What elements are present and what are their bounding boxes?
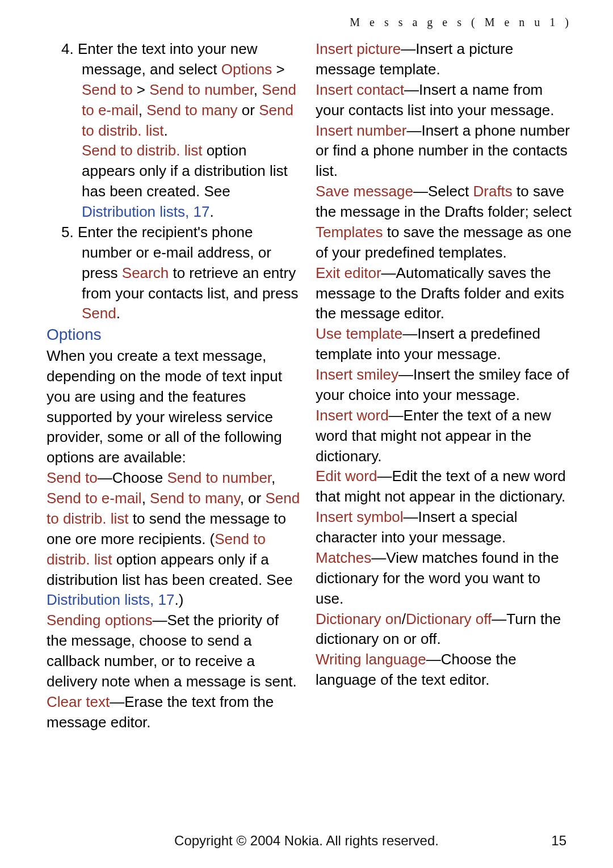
option-dictionary: Dictionary on/Dictionary off—Turn the di… xyxy=(316,609,572,650)
ui-term: Drafts xyxy=(473,183,512,200)
options-intro: When you create a text message, dependin… xyxy=(47,346,303,468)
ui-term: Sending options xyxy=(47,612,152,629)
ui-term: Use template xyxy=(316,325,402,342)
option-edit-word: Edit word—Edit the text of a new word th… xyxy=(316,466,572,507)
option-send-to: Send to—Choose Send to number, Send to e… xyxy=(47,468,303,610)
ui-term: Insert contact xyxy=(316,81,404,98)
xref-link[interactable]: Distribution lists, 17 xyxy=(47,591,174,608)
ui-term: Templates xyxy=(316,224,383,241)
page: M e s s a g e s ( M e n u 1 ) 4. Enter t… xyxy=(0,0,613,868)
text: , xyxy=(142,490,150,507)
ui-term: Search xyxy=(122,264,169,281)
ui-term: Options xyxy=(221,61,272,78)
text: —Choose xyxy=(98,469,167,486)
ui-term: Send to xyxy=(47,469,98,486)
ui-term: Insert picture xyxy=(316,40,401,57)
options-heading: Options xyxy=(47,324,303,346)
step-number: 5. xyxy=(61,224,74,241)
text: or xyxy=(238,102,259,119)
text: , xyxy=(254,81,262,98)
option-exit-editor: Exit editor—Automatically saves the mess… xyxy=(316,263,572,325)
ui-term: Exit editor xyxy=(316,264,381,281)
step-5: 5. Enter the recipient's phone number or… xyxy=(47,222,303,324)
footer-copyright: Copyright © 2004 Nokia. All rights reser… xyxy=(0,833,613,849)
text: . xyxy=(164,122,168,139)
option-insert-number: Insert number—Insert a phone number or f… xyxy=(316,121,572,182)
running-head: M e s s a g e s ( M e n u 1 ) xyxy=(47,16,572,29)
ui-term: Insert word xyxy=(316,407,389,424)
ui-term: Edit word xyxy=(316,467,377,484)
ui-term: Send to xyxy=(82,81,133,98)
step-4: 4. Enter the text into your new message,… xyxy=(47,39,303,141)
ui-term: Clear text xyxy=(47,693,110,710)
ui-term: Dictionary off xyxy=(406,610,492,627)
ui-term: Send to number xyxy=(149,81,254,98)
ui-term: Save message xyxy=(316,183,413,200)
ui-term: Matches xyxy=(316,549,371,566)
text: , or xyxy=(240,490,266,507)
text: —Select xyxy=(413,183,473,200)
xref-link[interactable]: Distribution lists, 17 xyxy=(82,203,209,220)
option-insert-smiley: Insert smiley—Insert the smiley face of … xyxy=(316,365,572,406)
ui-term: Insert number xyxy=(316,122,406,139)
text: , xyxy=(138,102,146,119)
option-matches: Matches—View matches found in the dictio… xyxy=(316,548,572,609)
ui-term: Writing language xyxy=(316,651,426,668)
option-insert-picture: Insert picture—Insert a picture message … xyxy=(316,39,572,80)
option-save-message: Save message—Select Drafts to save the m… xyxy=(316,182,572,263)
option-clear-text: Clear text—Erase the text from the messa… xyxy=(47,692,303,733)
text: , xyxy=(271,469,275,486)
step-4-note: Send to distrib. list option appears onl… xyxy=(47,141,303,222)
ui-term: Send to e-mail xyxy=(47,490,142,507)
ui-term: Insert smiley xyxy=(316,366,398,383)
text: .) xyxy=(174,591,183,608)
option-sending: Sending options—Set the priority of the … xyxy=(47,610,303,692)
option-insert-symbol: Insert symbol—Insert a special character… xyxy=(316,507,572,548)
ui-term: Send to many xyxy=(146,102,237,119)
ui-term: Send to number xyxy=(167,469,271,486)
ui-term: Send to many xyxy=(150,490,240,507)
ui-term: Insert symbol xyxy=(316,508,404,525)
text: > xyxy=(133,81,150,98)
text: . xyxy=(116,305,120,322)
page-number: 15 xyxy=(551,833,566,849)
option-insert-word: Insert word—Enter the text of a new word… xyxy=(316,406,572,467)
ui-term: Send xyxy=(82,305,116,322)
option-writing-language: Writing language—Choose the language of … xyxy=(316,650,572,690)
text: / xyxy=(402,610,406,627)
option-use-template: Use template—Insert a predefined templat… xyxy=(316,324,572,365)
text: > xyxy=(272,61,284,78)
body-columns: 4. Enter the text into your new message,… xyxy=(47,39,572,733)
option-insert-contact: Insert contact—Insert a name from your c… xyxy=(316,80,572,121)
text: . xyxy=(209,203,213,220)
ui-term: Dictionary on xyxy=(316,610,402,627)
ui-term: Send to distrib. list xyxy=(82,142,202,159)
step-number: 4. xyxy=(61,40,74,57)
